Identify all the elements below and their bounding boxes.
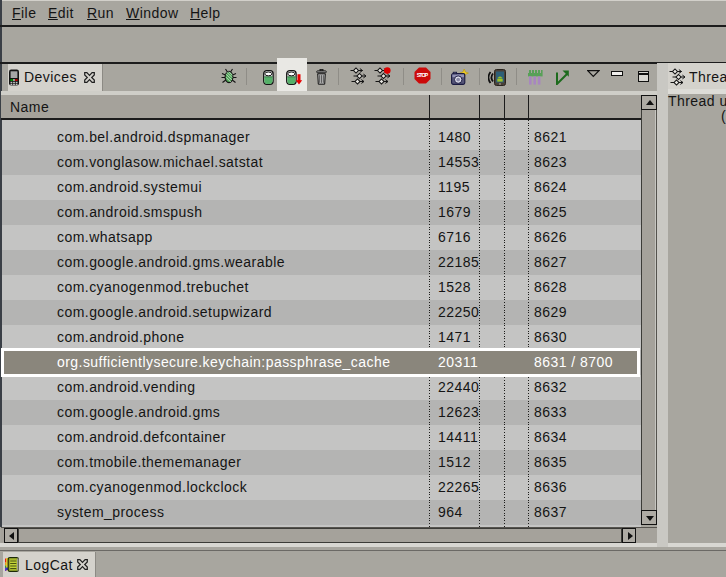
- svg-text:STOP: STOP: [417, 72, 429, 78]
